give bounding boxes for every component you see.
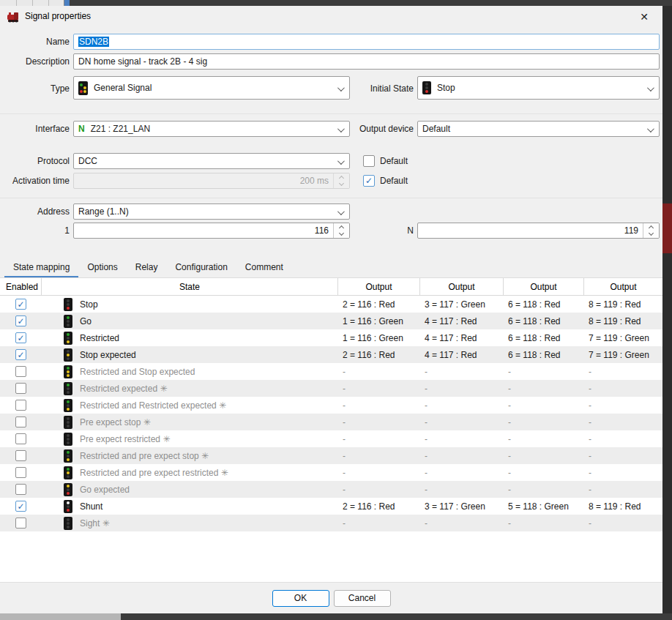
protocol-default-checkbox[interactable] xyxy=(363,155,375,167)
output-cell: - xyxy=(584,397,662,414)
background-window-right xyxy=(662,6,672,613)
background-red-block xyxy=(662,203,672,253)
row-enabled-checkbox[interactable] xyxy=(15,299,26,310)
row-enabled-checkbox[interactable] xyxy=(15,518,26,529)
table-row[interactable]: Sight ✳ - - - - xyxy=(0,515,662,531)
row-enabled-checkbox[interactable] xyxy=(15,484,26,495)
row-enabled-checkbox[interactable] xyxy=(15,417,26,427)
address-from-label: 1 xyxy=(0,225,70,236)
description-input[interactable]: DN home signal - track 2B - 4 sig xyxy=(73,53,660,70)
row-enabled-checkbox[interactable] xyxy=(15,433,26,444)
output-cell: 6 = 118 : Red xyxy=(504,296,584,313)
row-enabled-checkbox[interactable] xyxy=(15,467,26,478)
ok-button[interactable]: OK xyxy=(272,590,329,607)
table-row[interactable]: Restricted 1 = 116 : Green 4 = 117 : Red… xyxy=(0,329,662,346)
output-cell: 4 = 117 : Red xyxy=(420,329,504,346)
signal-state-icon xyxy=(64,500,72,513)
output-cell: - xyxy=(584,464,662,481)
output-cell: - xyxy=(420,481,504,498)
header-output-3[interactable]: Output xyxy=(504,278,584,295)
output-cell: 3 = 117 : Green xyxy=(420,296,504,313)
output-cell: - xyxy=(338,481,420,498)
address-to-value: 119 xyxy=(422,225,638,236)
spinner-icon[interactable] xyxy=(643,223,659,238)
address-from-input[interactable]: 116 xyxy=(73,223,350,239)
name-value: SDN2B xyxy=(78,37,109,47)
output-cell: - xyxy=(504,481,584,498)
row-enabled-checkbox[interactable] xyxy=(15,332,26,343)
signal-state-icon xyxy=(64,517,72,530)
state-mapping-table: Enabled State Output Output Output Outpu… xyxy=(0,277,662,588)
address-to-input[interactable]: 119 xyxy=(417,223,660,239)
table-row[interactable]: Restricted and pre expect stop ✳ - - - - xyxy=(0,447,662,464)
cancel-button[interactable]: Cancel xyxy=(334,590,391,607)
table-row[interactable]: Restricted and pre expect restricted ✳ -… xyxy=(0,464,662,481)
description-label: Description xyxy=(0,56,70,67)
background-window-bottom xyxy=(0,613,672,620)
state-label: Restricted and pre expect stop ✳ xyxy=(80,451,209,461)
table-row[interactable]: Restricted and Stop expected - - - - xyxy=(0,363,662,380)
table-row[interactable]: Pre expect stop ✳ - - - - xyxy=(0,414,662,430)
row-enabled-checkbox[interactable] xyxy=(15,349,26,360)
signal-state-icon xyxy=(64,399,72,412)
table-row[interactable]: Restricted expected ✳ - - - - xyxy=(0,380,662,397)
name-label: Name xyxy=(0,37,70,47)
table-row[interactable]: Pre expect restricted ✳ - - - - xyxy=(0,430,662,447)
table-row[interactable]: Go 1 = 116 : Green 4 = 117 : Red 6 = 118… xyxy=(0,313,662,329)
table-row[interactable]: Stop 2 = 116 : Red 3 = 117 : Green 6 = 1… xyxy=(0,296,662,313)
address-mode-select[interactable]: Range (1..N) xyxy=(73,203,350,220)
tab-relay[interactable]: Relay xyxy=(127,258,167,277)
header-output-1[interactable]: Output xyxy=(338,278,420,295)
tab-state-mapping[interactable]: State mapping xyxy=(4,258,78,277)
header-output-2[interactable]: Output xyxy=(420,278,504,295)
state-label: Shunt xyxy=(80,501,102,512)
table-row[interactable]: Stop expected 2 = 116 : Red 4 = 117 : Re… xyxy=(0,346,662,363)
activation-default-checkbox[interactable] xyxy=(363,175,375,187)
signal-properties-dialog: Signal properties ✕ Name SDN2B Descripti… xyxy=(0,6,662,613)
header-state[interactable]: State xyxy=(42,278,338,295)
initial-state-select[interactable]: Stop xyxy=(417,76,660,100)
output-cell: 6 = 118 : Red xyxy=(504,313,584,329)
table-row[interactable]: Shunt 2 = 116 : Red 3 = 117 : Green 5 = … xyxy=(0,498,662,515)
row-enabled-checkbox[interactable] xyxy=(15,400,26,411)
stop-signal-icon xyxy=(422,81,431,94)
output-cell: 8 = 119 : Red xyxy=(584,296,662,313)
type-select[interactable]: General Signal xyxy=(73,76,350,100)
tab-configuration[interactable]: Configuration xyxy=(166,258,236,277)
close-icon[interactable]: ✕ xyxy=(633,7,655,26)
spinner-icon xyxy=(333,173,349,188)
titlebar[interactable]: Signal properties ✕ xyxy=(0,6,662,31)
tab-comment[interactable]: Comment xyxy=(236,258,292,277)
row-enabled-checkbox[interactable] xyxy=(15,501,26,512)
interface-select[interactable]: N Z21 : Z21_LAN xyxy=(73,121,350,137)
output-cell: 5 = 118 : Green xyxy=(504,498,584,515)
table-row[interactable]: Restricted and Restricted expected ✳ - -… xyxy=(0,397,662,414)
state-label: Pre expect stop ✳ xyxy=(80,417,151,427)
signal-state-icon xyxy=(64,298,72,311)
name-input[interactable]: SDN2B xyxy=(73,34,660,50)
output-cell: - xyxy=(584,380,662,397)
output-cell: - xyxy=(504,515,584,531)
tab-options[interactable]: Options xyxy=(78,258,126,277)
table-row[interactable]: Go expected - - - - xyxy=(0,481,662,498)
header-output-4[interactable]: Output xyxy=(584,278,662,295)
output-cell: - xyxy=(504,447,584,464)
output-cell: - xyxy=(420,447,504,464)
output-cell: - xyxy=(420,397,504,414)
description-value: DN home signal - track 2B - 4 sig xyxy=(78,56,207,67)
output-cell: 8 = 119 : Red xyxy=(584,313,662,329)
background-blue-sliver xyxy=(64,0,70,6)
output-device-select[interactable]: Default xyxy=(417,121,660,137)
protocol-select[interactable]: DCC xyxy=(73,153,350,169)
row-enabled-checkbox[interactable] xyxy=(15,315,26,326)
header-enabled[interactable]: Enabled xyxy=(0,278,42,295)
row-enabled-checkbox[interactable] xyxy=(15,366,26,377)
row-enabled-checkbox[interactable] xyxy=(15,383,26,394)
protocol-label: Protocol xyxy=(0,156,70,166)
type-label: Type xyxy=(0,83,70,94)
output-cell: - xyxy=(420,363,504,380)
interface-prefix: N xyxy=(78,124,85,134)
row-enabled-checkbox[interactable] xyxy=(15,450,26,461)
signal-state-icon xyxy=(64,332,72,345)
signal-state-icon xyxy=(64,365,72,378)
